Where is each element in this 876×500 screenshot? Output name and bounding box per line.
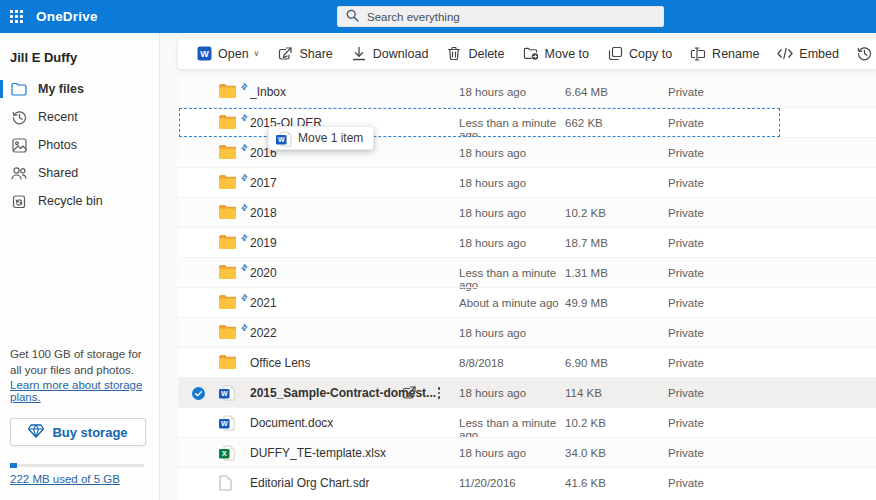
- drag-tooltip: W Move 1 item: [268, 126, 374, 150]
- sidebar-item-label: Recycle bin: [38, 194, 103, 208]
- excel-file-icon: X: [219, 445, 236, 461]
- file-name[interactable]: 2018: [250, 206, 277, 220]
- file-size: 1.31 MB: [565, 267, 608, 279]
- folder-icon-file: [219, 295, 236, 311]
- file-name[interactable]: 2019: [250, 236, 277, 250]
- more-actions-icon[interactable]: [432, 384, 446, 402]
- moved-into-icon: ⇄: [239, 112, 250, 123]
- file-size: 41.6 KB: [565, 477, 606, 489]
- sharing-status: Private: [668, 147, 704, 159]
- file-row[interactable]: ⇄2021About a minute ago49.9 MBPrivate: [178, 287, 876, 317]
- file-name[interactable]: 2017: [250, 176, 277, 190]
- modified-date: 18 hours ago: [459, 237, 564, 249]
- file-name[interactable]: 2021: [250, 296, 277, 310]
- sidebar-item-shared[interactable]: Shared: [0, 159, 159, 187]
- storage-usage-bar: [10, 464, 144, 467]
- file-row[interactable]: ⇄2020Less than a minute ago1.31 MBPrivat…: [178, 257, 876, 287]
- drag-tooltip-label: Move 1 item: [298, 131, 363, 145]
- file-name[interactable]: Document.docx: [250, 416, 333, 430]
- word-file-icon: W: [276, 131, 291, 146]
- main-area: WOpen∨ShareDownloadDeleteMove toCopy toR…: [160, 33, 876, 500]
- recycle-bin-icon: [11, 193, 27, 209]
- open-button[interactable]: WOpen∨: [187, 38, 268, 69]
- sharing-status: Private: [668, 237, 704, 249]
- file-name[interactable]: _Inbox: [250, 85, 286, 99]
- folder-icon-file: [219, 145, 236, 161]
- sidebar: Jill E Duffy My filesRecentPhotosSharedR…: [0, 33, 160, 500]
- file-row[interactable]: ⇄201918 hours ago18.7 MBPrivate: [178, 227, 876, 257]
- sidebar-item-photos[interactable]: Photos: [0, 131, 159, 159]
- version-history-button[interactable]: Version history: [848, 38, 876, 69]
- moved-into-icon: ⇄: [239, 322, 250, 333]
- file-row[interactable]: ⇄202218 hours agoPrivate: [178, 317, 876, 347]
- move-to-button[interactable]: Move to: [514, 38, 598, 69]
- share-button[interactable]: Share: [268, 38, 341, 69]
- top-bar: OneDrive: [0, 0, 876, 33]
- copy-to-icon: [607, 46, 623, 62]
- share-icon[interactable]: [401, 385, 417, 401]
- file-size: 18.7 MB: [565, 237, 608, 249]
- diamond-icon: [28, 424, 44, 441]
- toolbar-item-label: Download: [373, 47, 429, 61]
- sidebar-item-label: Recent: [38, 110, 78, 124]
- word-file-icon: W: [219, 415, 236, 431]
- storage-usage-link[interactable]: 222 MB used of 5 GB: [10, 473, 120, 485]
- delete-button[interactable]: Delete: [437, 38, 513, 69]
- embed-icon: [777, 46, 793, 62]
- file-row[interactable]: Editorial Org Chart.sdr11/20/201641.6 KB…: [178, 467, 876, 497]
- sidebar-item-recent[interactable]: Recent: [0, 103, 159, 131]
- modified-date: 18 hours ago: [459, 147, 564, 159]
- modified-date: 18 hours ago: [459, 387, 564, 399]
- file-row[interactable]: ⇄201818 hours ago10.2 KBPrivate: [178, 197, 876, 227]
- toolbar-item-label: Copy to: [629, 47, 672, 61]
- sidebar-item-my-files[interactable]: My files: [0, 75, 159, 103]
- command-toolbar: WOpen∨ShareDownloadDeleteMove toCopy toR…: [178, 38, 876, 69]
- search-input[interactable]: [367, 11, 655, 23]
- chevron-down-icon[interactable]: ∨: [254, 49, 260, 58]
- delete-icon: [446, 46, 462, 62]
- file-name[interactable]: 2022: [250, 326, 277, 340]
- buy-storage-label: Buy storage: [52, 425, 127, 440]
- svg-text:W: W: [278, 136, 285, 143]
- search-icon: [346, 9, 359, 25]
- rename-icon: [690, 46, 706, 62]
- file-row[interactable]: Office Lens8/8/20186.90 MBPrivate: [178, 347, 876, 377]
- file-row[interactable]: ⇄201718 hours agoPrivate: [178, 167, 876, 197]
- share-icon: [277, 46, 293, 62]
- file-size: 6.64 MB: [565, 86, 608, 98]
- folder-icon-file: [219, 325, 236, 341]
- folder-icon-file: [219, 265, 236, 281]
- file-name[interactable]: 2020: [250, 266, 277, 280]
- toolbar-item-label: Rename: [712, 47, 759, 61]
- storage-plans-link[interactable]: Learn more about storage plans.: [10, 379, 150, 403]
- app-launcher-icon[interactable]: [0, 0, 32, 33]
- file-name[interactable]: Editorial Org Chart.sdr: [250, 476, 369, 490]
- file-row[interactable]: XDUFFY_TE-template.xlsx18 hours ago34.0 …: [178, 437, 876, 467]
- file-row[interactable]: ⇄_Inbox18 hours ago6.64 MBPrivate: [178, 77, 876, 107]
- modified-date: 8/8/2018: [459, 357, 564, 369]
- sharing-status: Private: [668, 417, 704, 429]
- download-button[interactable]: Download: [342, 38, 438, 69]
- toolbar-item-label: Delete: [468, 47, 504, 61]
- buy-storage-button[interactable]: Buy storage: [10, 418, 146, 446]
- toolbar-item-label: Embed: [799, 47, 839, 61]
- file-row[interactable]: WDocument.docxLess than a minute ago10.2…: [178, 407, 876, 437]
- folder-icon-file: [219, 175, 236, 191]
- selected-check-icon[interactable]: [192, 387, 204, 399]
- file-size: 34.0 KB: [565, 447, 606, 459]
- sidebar-item-label: Shared: [38, 166, 78, 180]
- file-row[interactable]: W2015_Sample-Contract-domest...18 hours …: [178, 377, 876, 407]
- generic-file-icon: [219, 475, 236, 491]
- modified-date: 18 hours ago: [459, 86, 564, 98]
- embed-button[interactable]: Embed: [768, 38, 848, 69]
- file-name[interactable]: Office Lens: [250, 356, 310, 370]
- copy-to-button[interactable]: Copy to: [598, 38, 681, 69]
- moved-into-icon: ⇄: [239, 262, 250, 273]
- file-name[interactable]: DUFFY_TE-template.xlsx: [250, 446, 386, 460]
- rename-button[interactable]: Rename: [681, 38, 768, 69]
- version-history-icon: [857, 46, 873, 62]
- sidebar-item-recycle-bin[interactable]: Recycle bin: [0, 187, 159, 215]
- folder-icon: [11, 81, 27, 97]
- move-to-icon: [523, 46, 539, 62]
- search-box[interactable]: [337, 6, 664, 27]
